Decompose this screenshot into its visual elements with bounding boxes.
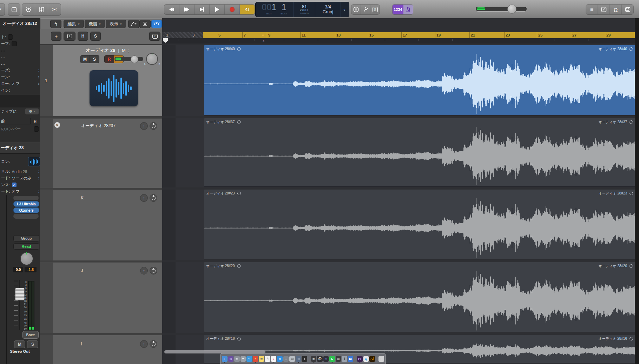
audio-region-3[interactable]: オーディオ 28#23 オーディオ 28#23 [204,190,636,259]
cycle-button[interactable]: ↻ [240,5,255,14]
track-on-off-button[interactable] [150,122,157,130]
dock-icon-mission-control[interactable]: ◫ [296,356,301,362]
dock-icon-app-store[interactable]: A [277,356,282,362]
dock-icon-chrome[interactable]: ◓ [253,356,258,362]
region-inspector-row[interactable]: - - [0,60,40,67]
volume-slider-thumb[interactable] [507,5,516,14]
quick-help-button[interactable]: ∨ [8,3,20,16]
hide-tracks-button[interactable]: H [78,32,88,41]
dock-icon-dark-app-c[interactable]: Ⓒ [317,356,322,362]
dock-icon-logic-pro[interactable]: ◉ [311,356,316,362]
loop-indicator-icon[interactable] [630,47,633,51]
track-header-1[interactable]: 1 オーディオ 28 | M ∧∨ M S R I [40,45,162,116]
track-name[interactable]: オーディオ 28#37 [53,123,144,129]
track-setting-row[interactable]: ード:ソースのみ▴▾ [0,175,40,181]
rewind-button[interactable] [164,5,179,14]
track-on-off-button[interactable] [150,340,157,348]
freeze-checkbox[interactable]: ✓ [12,183,17,187]
automation-button[interactable] [128,20,139,28]
pan-value[interactable]: 0.0 [13,267,23,272]
member-checkbox[interactable] [34,126,39,132]
plugin-slot-ozone[interactable]: Ozone 9 [13,207,39,213]
track-name[interactable]: K [81,196,84,200]
track-name[interactable]: I [81,342,82,346]
track-name-row[interactable]: オーディオ 28 | M ∧∨ [53,47,162,54]
add-track-button[interactable]: + [51,32,61,41]
track-on-off-button[interactable] [150,267,157,274]
count-in-button[interactable]: 1234 [393,5,403,14]
dock-icon-trash[interactable]: ▯ [378,356,384,362]
solo-mode-icon[interactable]: S [370,5,380,14]
help-button[interactable]: ? [0,3,5,16]
stepper-icon[interactable]: ▴▾ [38,190,39,193]
ruler-lower-strip[interactable] [162,38,639,44]
promote-take-button[interactable]: ↑ [140,267,148,274]
track-setting-row[interactable]: ード:オフ▴▾ [0,188,40,195]
track-name[interactable]: J [81,268,83,273]
dock-icon-dark-app[interactable]: ▮ [302,356,307,362]
track-header-2[interactable]: × オーディオ 28#37 ↑ [40,118,162,188]
loop-indicator-icon[interactable] [237,264,241,268]
track-record-button[interactable]: R [105,55,114,63]
region-inspector-row[interactable]: ロー:オフ▴▾ [0,80,40,87]
plugin-slot-empty-top[interactable] [13,196,39,200]
lcd-display[interactable]: 001 BAR 1 BEAT 81 KEEP TEMPO 3/4 Cmaj ∨ [255,2,349,17]
dock-icon-dark-app-dial[interactable]: ◎ [323,356,329,362]
track-on-off-button[interactable] [150,194,157,202]
loop-indicator-icon[interactable] [237,337,241,340]
master-mute-icon[interactable] [351,5,361,14]
dock-icon-music[interactable]: ♪ [271,356,276,362]
dock-icon-planet-app[interactable]: ◍ [228,356,233,362]
forward-button[interactable] [179,5,195,14]
audio-region-4[interactable]: オーディオ 28#20 オーディオ 28#20 [204,262,636,332]
track-header-4[interactable]: J ↑ [40,262,162,333]
row-checkbox[interactable] [8,34,13,40]
region-inspector-row[interactable]: ーン:▴▾ [0,74,40,80]
track-inspector-header[interactable]: ーディオ 28 [0,142,40,154]
track-header-5[interactable]: I ↑ [40,335,162,364]
audio-region-2[interactable]: オーディオ 28#37 オーディオ 28#37 [204,118,636,187]
loop-indicator-icon[interactable] [630,120,633,124]
dock-icon-time-machine[interactable]: ◷ [283,356,289,362]
catch-mode-button[interactable] [151,20,162,28]
track-volume-slider[interactable] [114,57,143,61]
region-inspector-row[interactable]: ーズ:▴▾ [0,67,40,74]
track-icon-thumbnail[interactable] [28,157,40,166]
plugin-slot-empty[interactable] [13,214,39,219]
track-zoom-button[interactable]: ∨ [149,32,160,41]
track-header-3[interactable]: K ↑ [40,190,162,260]
functions-menu[interactable]: 機能∨ [85,20,105,28]
region-inspector-row[interactable]: ト: [0,34,40,40]
dock-icon-line[interactable]: L [329,356,335,362]
loop-indicator-icon[interactable] [630,337,633,340]
dock-icon-pages[interactable]: ✎ [265,356,270,362]
dock-icon-launchpad[interactable]: ✦ [241,356,246,362]
promote-take-button[interactable]: ↑ [140,340,148,348]
region-inspector-row[interactable]: - - [0,47,40,54]
apple-loops-icon[interactable]: Ω [610,5,622,14]
region-inspector-title[interactable]: オーディオ 28#12 [0,18,40,29]
loop-indicator-icon[interactable] [630,264,633,268]
scissors-icon[interactable]: ✂ [48,4,61,15]
media-browser-icon[interactable] [622,5,633,14]
dock-icon-photo-booth[interactable]: ◉ [234,356,239,362]
tuner-icon[interactable] [361,5,370,14]
row-checkbox[interactable] [12,41,17,46]
track-pan-knob[interactable]: L R [146,53,158,65]
pan-knob[interactable] [20,252,33,265]
group-member-row[interactable]: のメンバー [0,126,40,132]
note-pads-icon[interactable] [598,5,610,14]
region-inspector-row[interactable]: - - [0,54,40,60]
promote-take-button[interactable]: ↑ [140,122,148,130]
dock-icon-safari[interactable]: ✧ [246,356,252,362]
loop-indicator-icon[interactable] [237,120,241,124]
bar-ruler[interactable]: 1357911131517192123252729 4 4 [162,32,639,44]
solo-tracks-button[interactable]: S [90,32,101,41]
play-button[interactable] [210,5,225,14]
dock-icon-quicktime[interactable]: Q [363,356,369,362]
skip-button[interactable] [195,5,210,14]
record-button[interactable] [225,5,240,14]
dock-icon-disk-utility[interactable]: ▤ [289,356,295,362]
track-mute-button[interactable]: M [80,55,90,63]
track-setting-row[interactable]: ンス:✓ [0,181,40,188]
